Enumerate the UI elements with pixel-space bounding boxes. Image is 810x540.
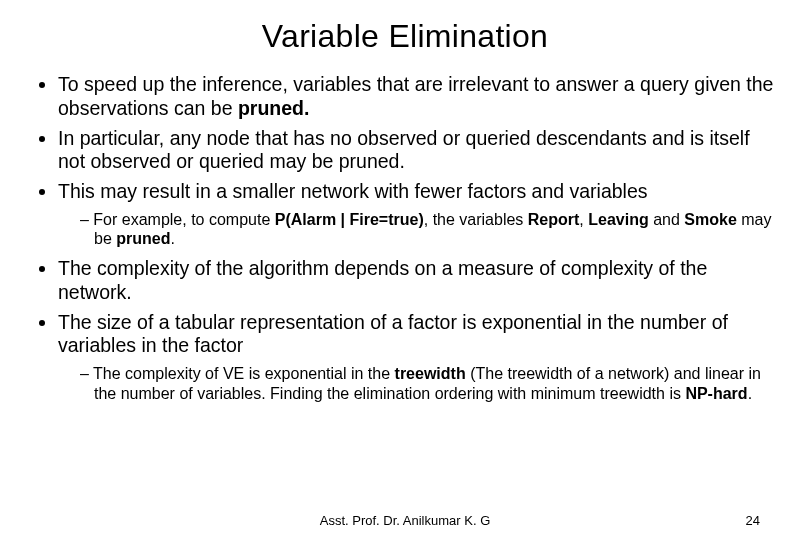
s1c: , the variables	[424, 211, 528, 228]
s1a: For example, to compute	[93, 211, 274, 228]
bullet-3-text: This may result in a smaller network wit…	[58, 180, 648, 202]
sub-bullet-2: The complexity of VE is exponential in t…	[80, 364, 782, 403]
bullet-list: To speed up the inference, variables tha…	[28, 73, 782, 403]
s1g: and	[649, 211, 685, 228]
bullet-5-text: The size of a tabular representation of …	[58, 311, 728, 357]
bullet-1-text-a: To speed up the inference, variables tha…	[58, 73, 773, 119]
s1f: Leaving	[588, 211, 648, 228]
s1b: P(Alarm | Fire=true)	[275, 211, 424, 228]
bullet-3: This may result in a smaller network wit…	[58, 180, 782, 249]
s1h: Smoke	[684, 211, 736, 228]
s2e: .	[748, 385, 752, 402]
s2b: treewidth	[395, 365, 466, 382]
sub-list-2: The complexity of VE is exponential in t…	[58, 364, 782, 403]
s2d: NP-hard	[685, 385, 747, 402]
s1k: .	[170, 230, 174, 247]
slide: Variable Elimination To speed up the inf…	[0, 0, 810, 540]
footer-author: Asst. Prof. Dr. Anilkumar K. G	[320, 513, 491, 528]
bullet-1: To speed up the inference, variables tha…	[58, 73, 782, 121]
bullet-2: In particular, any node that has no obse…	[58, 127, 782, 175]
bullet-1-text-b: pruned.	[238, 97, 310, 119]
bullet-4: The complexity of the algorithm depends …	[58, 257, 782, 305]
bullet-5: The size of a tabular representation of …	[58, 311, 782, 404]
s1e: ,	[579, 211, 588, 228]
s2a: The complexity of VE is exponential in t…	[93, 365, 395, 382]
slide-title: Variable Elimination	[28, 18, 782, 55]
s1j: pruned	[116, 230, 170, 247]
sub-bullet-1: For example, to compute P(Alarm | Fire=t…	[80, 210, 782, 249]
s1d: Report	[528, 211, 580, 228]
sub-list-1: For example, to compute P(Alarm | Fire=t…	[58, 210, 782, 249]
footer-page-number: 24	[746, 513, 760, 528]
